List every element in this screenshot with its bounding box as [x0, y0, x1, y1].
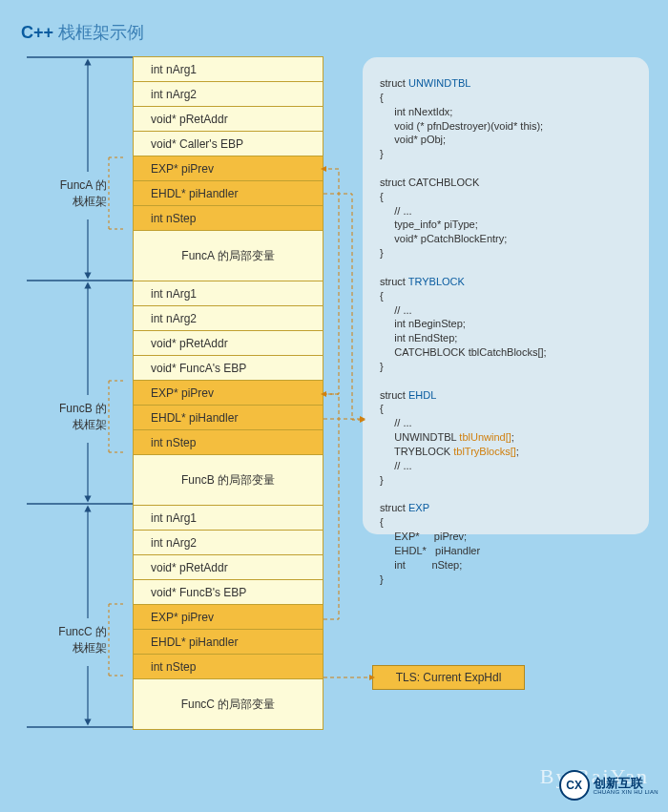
cell-b-arg2: int nArg2: [133, 305, 324, 331]
cell-c-hdl: EHDL* piHandler: [133, 629, 324, 655]
logo-text: 创新互联 CHUANG XIN HU LIAN: [594, 777, 658, 795]
title-prefix: C++: [21, 23, 53, 42]
cell-b-locals: FuncB 的局部变量: [133, 454, 324, 506]
cell-c-arg1: int nArg1: [133, 505, 324, 531]
cell-c-arg2: int nArg2: [133, 530, 324, 555]
cell-b-ret: void* pRetAddr: [133, 330, 324, 356]
cell-a-hdl: EHDL* piHandler: [133, 180, 324, 206]
cell-b-prev: EXP* piPrev: [133, 380, 324, 406]
code-panel: struct UNWINDTBL { int nNextIdx; void (*…: [363, 57, 649, 534]
cell-a-ret: void* pRetAddr: [133, 106, 324, 132]
label-funca-frame: FuncA 的 栈框架: [46, 177, 107, 210]
cell-a-arg2: int nArg2: [133, 81, 324, 107]
label-funcc-frame: FuncC 的 栈框架: [46, 624, 107, 656]
cell-a-locals: FuncA 的局部变量: [133, 230, 324, 281]
cell-a-ebp: void* Caller's EBP: [133, 131, 324, 156]
cell-c-ret: void* pRetAddr: [133, 554, 324, 580]
cell-c-prev: EXP* piPrev: [133, 604, 324, 630]
label-funcb-frame: FuncB 的 栈框架: [46, 401, 107, 433]
diagram-title: C++ 栈框架示例: [21, 21, 144, 44]
stack-column: int nArg1 int nArg2 void* pRetAddr void*…: [133, 57, 324, 730]
cell-b-arg1: int nArg1: [133, 281, 324, 306]
title-suffix: 栈框架示例: [53, 23, 144, 42]
cell-b-ebp: void* FuncA's EBP: [133, 355, 324, 381]
cell-a-step: int nStep: [133, 205, 324, 231]
tls-box: TLS: Current ExpHdl: [372, 665, 525, 690]
cell-b-step: int nStep: [133, 429, 324, 455]
cell-c-locals: FuncC 的局部变量: [133, 678, 324, 730]
cell-a-prev: EXP* piPrev: [133, 156, 324, 181]
cell-b-hdl: EHDL* piHandler: [133, 405, 324, 430]
logo-mark-icon: CX: [559, 770, 590, 801]
cell-c-ebp: void* FuncB's EBP: [133, 579, 324, 605]
cell-a-arg1: int nArg1: [133, 56, 324, 82]
brand-logo: CX 创新互联 CHUANG XIN HU LIAN: [559, 770, 658, 801]
cell-c-step: int nStep: [133, 654, 324, 679]
